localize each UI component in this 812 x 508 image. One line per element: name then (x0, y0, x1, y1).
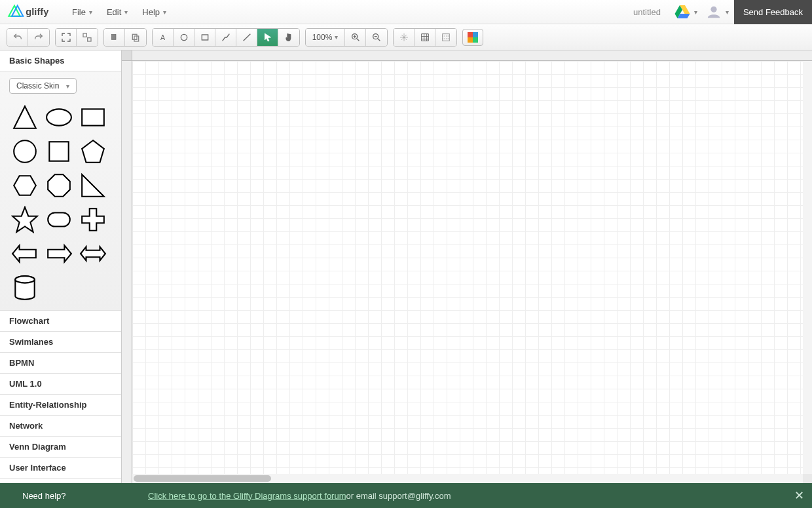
shape-square[interactable] (43, 136, 75, 167)
canvas-area (122, 50, 812, 483)
snap-drawing-button[interactable] (394, 29, 415, 46)
caret-icon: ▾ (66, 83, 69, 90)
menu-file-label: File (72, 7, 86, 17)
redo-button[interactable] (28, 29, 49, 46)
caret-icon: ▾ (694, 9, 697, 16)
shape-rounded-rect[interactable] (43, 204, 75, 235)
skin-label: Classic Skin (16, 81, 59, 90)
svg-point-32 (15, 276, 34, 283)
panel-bpmn[interactable]: BPMN (0, 353, 121, 374)
drawing-canvas[interactable] (132, 61, 803, 474)
scrollbar-thumb[interactable] (134, 475, 271, 482)
zoom-out-button[interactable] (366, 29, 387, 46)
panel-label: Network (9, 421, 43, 431)
fit-screen-button[interactable] (56, 29, 77, 46)
svg-marker-24 (82, 174, 104, 197)
shape-rectangle[interactable] (77, 102, 109, 133)
shape-cylinder[interactable] (9, 272, 41, 303)
shape-circle[interactable] (9, 136, 41, 167)
menu-file[interactable]: File▾ (65, 4, 99, 20)
caret-icon: ▾ (726, 9, 729, 16)
panel-basic-shapes[interactable]: Basic Shapes (0, 50, 121, 71)
panel-sitemap[interactable]: Sitemap (0, 479, 121, 483)
shape-star[interactable] (9, 204, 41, 235)
theme-colors-button[interactable] (462, 29, 483, 46)
panel-network[interactable]: Network (0, 416, 121, 437)
menu-edit-label: Edit (107, 7, 121, 17)
pan-tool-button[interactable] (278, 29, 299, 46)
send-feedback-label: Send Feedback (743, 7, 803, 17)
pointer-tool-button[interactable] (257, 29, 278, 46)
gliffy-logo: gliffy (7, 3, 59, 21)
menu-edit[interactable]: Edit▾ (100, 4, 134, 20)
connector-tool-button[interactable] (215, 29, 236, 46)
panel-label: Venn Diagram (9, 442, 66, 452)
shape-hexagon[interactable] (9, 170, 41, 201)
undo-button[interactable] (7, 29, 28, 46)
menu-help-label: Help (142, 7, 160, 17)
scrollbar-vertical[interactable] (803, 61, 812, 474)
need-help-label: Need help? (22, 491, 144, 501)
support-email-text: or email support@gliffy.com (346, 491, 451, 501)
shape-arrow-left[interactable] (9, 238, 41, 269)
panel-venn[interactable]: Venn Diagram (0, 437, 121, 458)
svg-marker-23 (48, 174, 70, 197)
svg-marker-16 (14, 106, 36, 128)
svg-rect-15 (443, 33, 450, 41)
zoom-level-dropdown[interactable]: 100%▾ (306, 29, 345, 46)
caret-icon: ▾ (89, 9, 92, 16)
ruler-corner (122, 50, 132, 61)
user-menu[interactable]: ▾ (705, 5, 729, 19)
panel-label: Flowchart (9, 316, 49, 326)
paste-button[interactable] (125, 29, 146, 46)
zoom-in-button[interactable] (345, 29, 366, 46)
shape-arrow-both[interactable] (77, 238, 109, 269)
line-tool-button[interactable] (236, 29, 257, 46)
svg-rect-20 (49, 142, 68, 161)
show-grid-button[interactable] (415, 29, 435, 46)
panel-uml[interactable]: UML 1.0 (0, 374, 121, 395)
send-feedback-button[interactable]: Send Feedback (734, 0, 812, 24)
shape-octagon[interactable] (43, 170, 75, 201)
panel-label: User Interface (9, 463, 66, 473)
zoom-level-label: 100% (312, 33, 333, 42)
svg-marker-21 (82, 140, 104, 163)
svg-rect-5 (83, 33, 86, 37)
rectangle-tool-button[interactable] (194, 29, 215, 46)
scrollbar-horizontal[interactable] (132, 474, 803, 483)
panel-flowchart[interactable]: Flowchart (0, 311, 121, 332)
toolbar: A 100%▾ (0, 24, 812, 50)
text-tool-button[interactable]: A (153, 29, 174, 46)
shape-ellipse[interactable] (43, 102, 75, 133)
panel-label: UML 1.0 (9, 379, 42, 389)
svg-point-19 (14, 140, 36, 163)
shape-arrow-right[interactable] (43, 238, 75, 269)
panel-user-interface[interactable]: User Interface (0, 458, 121, 479)
ruler-horizontal[interactable] (132, 50, 812, 61)
support-forum-link[interactable]: Click here to go to the Gliffy Diagrams … (148, 491, 346, 501)
close-icon[interactable]: ✕ (794, 488, 804, 503)
show-guides-button[interactable] (435, 29, 456, 46)
menu-help[interactable]: Help▾ (136, 4, 173, 20)
svg-marker-27 (82, 208, 104, 231)
svg-rect-7 (111, 34, 116, 39)
svg-rect-18 (82, 109, 104, 125)
shape-pentagon[interactable] (77, 136, 109, 167)
google-drive-button[interactable]: ▾ (674, 5, 697, 19)
panel-label: BPMN (9, 358, 34, 368)
svg-point-17 (46, 109, 71, 125)
shape-right-triangle[interactable] (77, 170, 109, 201)
svg-text:gliffy: gliffy (26, 7, 49, 17)
copy-button[interactable] (104, 29, 125, 46)
ruler-vertical[interactable] (122, 61, 132, 483)
shape-triangle[interactable] (9, 102, 41, 133)
group-button[interactable] (77, 29, 98, 46)
caret-icon: ▾ (163, 9, 166, 16)
help-footer: Need help? Click here to go to the Gliff… (0, 483, 812, 508)
panel-swimlanes[interactable]: Swimlanes (0, 332, 121, 353)
shape-plus[interactable] (77, 204, 109, 235)
ellipse-tool-button[interactable] (174, 29, 194, 46)
panel-entity-relationship[interactable]: Entity-Relationship (0, 395, 121, 416)
skin-dropdown[interactable]: Classic Skin▾ (9, 78, 77, 94)
caret-icon: ▾ (124, 9, 128, 16)
